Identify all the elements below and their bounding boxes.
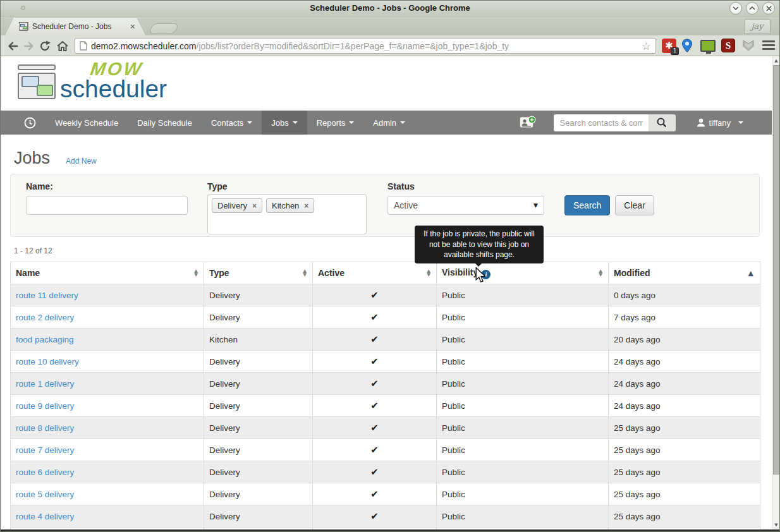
type-tag: Delivery×: [212, 198, 262, 213]
user-menu[interactable]: tiffany: [697, 118, 743, 128]
job-link[interactable]: route 8 delivery: [16, 423, 74, 433]
table-row: route 6 deliveryDelivery✔Public25 days a…: [11, 461, 760, 483]
job-visibility-cell: Public: [437, 306, 609, 329]
name-filter-input[interactable]: [26, 196, 188, 215]
job-link[interactable]: route 5 delivery: [16, 490, 74, 499]
status-select[interactable]: Active ▼: [387, 196, 544, 215]
job-name-cell: route 9 delivery: [11, 395, 204, 417]
scroll-down-arrow[interactable]: ▼: [772, 523, 780, 528]
tag-label: Delivery: [217, 201, 247, 210]
table-row: route 9 deliveryDelivery✔Public24 days a…: [11, 395, 760, 417]
jobs-table: Name ▲▼ Type ▲▼ Active ▲▼ Visibilityi: [10, 262, 760, 529]
job-link[interactable]: route 4 delivery: [16, 512, 74, 521]
job-link[interactable]: route 10 delivery: [16, 357, 79, 366]
reload-button[interactable]: [37, 38, 52, 54]
column-header-type[interactable]: Type ▲▼: [204, 262, 313, 284]
minimize-button[interactable]: [729, 2, 742, 15]
nav-item-jobs[interactable]: Jobs: [262, 111, 307, 135]
scrollbar-thumb[interactable]: [773, 65, 780, 475]
job-link[interactable]: route 2 delivery: [16, 313, 74, 322]
job-link[interactable]: route 1 delivery: [16, 379, 74, 389]
job-active-cell: ✔: [313, 505, 437, 528]
vertical-scrollbar[interactable]: ▲ ▼: [772, 56, 780, 529]
mouse-cursor: [475, 267, 487, 286]
tab-close-icon[interactable]: ×: [130, 22, 135, 31]
job-active-cell: ✔: [313, 483, 437, 505]
mow-scheduler-logo-icon[interactable]: [18, 64, 58, 100]
check-icon: ✔: [370, 311, 379, 323]
browser-profile-label[interactable]: jay: [744, 19, 771, 34]
sort-icon: ▲▼: [599, 269, 602, 277]
job-link[interactable]: route 11 delivery: [16, 291, 78, 300]
search-button[interactable]: Search: [564, 195, 610, 215]
share-extension-icon[interactable]: S: [721, 39, 735, 52]
nav-item-admin[interactable]: Admin: [363, 111, 415, 135]
global-search-button[interactable]: [649, 114, 676, 131]
column-header-name[interactable]: Name ▲▼: [11, 262, 204, 284]
job-name-cell: food packaging: [11, 329, 204, 351]
nav-item-dashboard[interactable]: [0, 111, 46, 135]
job-type-cell: Delivery: [204, 439, 313, 461]
address-bar[interactable]: demo2.mowscheduler.com/jobs/list?orderBy…: [75, 38, 656, 54]
type-multiselect[interactable]: Delivery×Kitchen×: [207, 194, 367, 234]
nav-item-weekly-schedule[interactable]: Weekly Schedule: [46, 111, 128, 135]
home-button[interactable]: [54, 38, 70, 54]
job-link[interactable]: route 6 delivery: [16, 468, 74, 477]
scroll-up-arrow[interactable]: ▲: [772, 58, 780, 63]
url-path: /jobs/list?orderBy=modified&sortDir=1&pe…: [197, 41, 639, 51]
job-visibility-cell: Public: [437, 483, 609, 505]
result-count: 1 - 12 of 12: [14, 246, 760, 255]
chevron-down-icon: [733, 6, 739, 10]
nav-item-label: Contacts: [211, 118, 243, 128]
nav-item-contacts[interactable]: Contacts: [202, 111, 262, 135]
job-link[interactable]: food packaging: [16, 335, 74, 344]
back-button[interactable]: [4, 38, 20, 54]
add-contact-button[interactable]: [520, 116, 536, 130]
web-page: MOW scheduler Weekly ScheduleDaily Sched…: [0, 56, 772, 529]
maximize-button[interactable]: [746, 2, 759, 15]
forward-button[interactable]: [21, 38, 37, 54]
window-menu-dot[interactable]: [21, 6, 25, 10]
page-icon: [80, 41, 87, 51]
browser-toolbar: demo2.mowscheduler.com/jobs/list?orderBy…: [0, 35, 780, 56]
clear-button[interactable]: Clear: [615, 195, 654, 215]
job-link[interactable]: route 7 delivery: [16, 445, 74, 455]
window-titlebar: Scheduler Demo - Jobs - Google Chrome: [0, 0, 780, 16]
filter-panel: Name: Type Delivery×Kitchen× Status Acti…: [10, 174, 760, 237]
tag-remove-icon[interactable]: ×: [252, 202, 257, 210]
map-pin-extension-icon[interactable]: [681, 39, 693, 56]
status-filter-label: Status: [387, 181, 544, 191]
add-new-link[interactable]: Add New: [66, 157, 97, 166]
check-icon: ✔: [370, 289, 379, 301]
tooltip-text: If the job is private, the public will n…: [424, 229, 534, 259]
tab-strip: Scheduler Demo - Jobs × jay: [0, 16, 780, 35]
nav-item-daily-schedule[interactable]: Daily Schedule: [128, 111, 202, 135]
job-visibility-cell: Public: [437, 439, 609, 461]
sort-icon: ▲▼: [303, 269, 307, 277]
browser-tab[interactable]: Scheduler Demo - Jobs ×: [5, 18, 145, 35]
column-header-visibility[interactable]: Visibilityi ▲▼: [437, 262, 609, 284]
job-name-cell: route 10 delivery: [11, 351, 204, 373]
status-select-value: Active: [394, 200, 418, 210]
display-extension-icon[interactable]: [700, 40, 716, 52]
browser-menu-button[interactable]: [762, 40, 775, 50]
job-name-cell: route 6 delivery: [11, 461, 204, 483]
job-type-cell: Delivery: [204, 306, 313, 329]
job-link[interactable]: route 9 delivery: [16, 401, 74, 411]
close-button[interactable]: [762, 2, 775, 15]
back-arrow-icon: [6, 40, 19, 52]
shield-extension-icon[interactable]: [742, 39, 755, 54]
nav-search-group: [554, 114, 676, 131]
new-tab-button[interactable]: [148, 23, 180, 34]
table-row: route 4 deliveryDelivery✔Public25 days a…: [11, 505, 760, 528]
check-icon: ✔: [370, 356, 379, 367]
job-modified-cell: 25 days ago: [609, 417, 760, 439]
column-header-modified[interactable]: Modified ▲: [609, 262, 760, 284]
password-manager-extension-icon[interactable]: ✱ 1: [662, 39, 676, 53]
bookmark-star-icon[interactable]: ☆: [642, 40, 651, 52]
global-search-input[interactable]: [554, 114, 649, 131]
column-header-active[interactable]: Active ▲▼: [313, 262, 437, 284]
tag-remove-icon[interactable]: ×: [304, 202, 308, 210]
nav-item-reports[interactable]: Reports: [307, 111, 364, 135]
job-modified-cell: 24 days ago: [609, 373, 760, 395]
